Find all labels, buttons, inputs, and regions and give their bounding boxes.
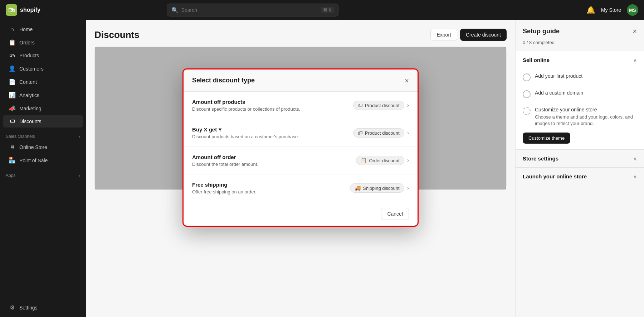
shopify-logo-text: shopify xyxy=(20,7,40,13)
shopify-logo: 🛍 shopify xyxy=(6,4,40,16)
sell-online-chevron-icon: ∧ xyxy=(633,57,637,63)
pos-icon: 🏪 xyxy=(9,157,16,164)
sidebar-item-products[interactable]: 🛍 Products xyxy=(3,49,83,62)
modal-footer: Cancel xyxy=(184,202,418,226)
chevron-right-icon-4: › xyxy=(407,185,409,191)
search-bar[interactable]: 🔍 ⌘ K xyxy=(167,4,338,16)
page-header: Discounts Export Create discount xyxy=(86,20,515,47)
orders-icon: 📋 xyxy=(9,39,16,46)
option-desc-free-shipping: Offer free shipping on an order. xyxy=(192,189,257,194)
sidebar-label-discounts: Discounts xyxy=(19,119,41,124)
settings-icon: ⚙ xyxy=(9,304,16,311)
store-name-label: My Store xyxy=(601,7,621,13)
apps-expand-icon[interactable]: › xyxy=(78,173,80,178)
sidebar-label-home: Home xyxy=(19,27,33,32)
option-title-amount-off-products: Amount off products xyxy=(192,99,300,105)
setup-guide-close-button[interactable]: × xyxy=(633,27,637,35)
apps-label: Apps xyxy=(6,173,15,178)
option-title-buy-x-get-y: Buy X get Y xyxy=(192,126,299,133)
sidebar-item-customers[interactable]: 👤 Customers xyxy=(3,62,83,75)
sidebar-item-orders[interactable]: 📋 Orders xyxy=(3,36,83,49)
sales-channels-label: Sales channels xyxy=(6,134,35,139)
badge-product-discount-2: 🏷 Product discount xyxy=(353,128,404,138)
modal-title: Select discount type xyxy=(192,77,255,84)
sidebar-item-analytics[interactable]: 📊 Analytics xyxy=(3,89,83,101)
setup-item-add-custom-domain[interactable]: Add a custom domain xyxy=(516,86,644,102)
sidebar-item-marketing[interactable]: 📣 Marketing xyxy=(3,102,83,115)
sidebar-label-settings: Settings xyxy=(19,305,38,311)
option-right-amount-off-products: 🏷 Product discount › xyxy=(353,101,409,110)
store-settings-chevron-icon: ∨ xyxy=(633,156,637,162)
header-actions: Export Create discount xyxy=(430,29,507,41)
option-amount-off-order[interactable]: Amount off order Discount the total orde… xyxy=(184,147,418,174)
sidebar-item-discounts[interactable]: 🏷 Discounts xyxy=(3,115,83,128)
option-title-amount-off-order: Amount off order xyxy=(192,154,258,160)
sidebar-label-products: Products xyxy=(19,53,39,58)
option-desc-buy-x-get-y: Discount products based on a customer's … xyxy=(192,134,299,139)
chevron-right-icon-3: › xyxy=(407,157,409,164)
setup-section-store-settings: Store settings ∨ xyxy=(516,149,644,167)
products-icon: 🛍 xyxy=(9,52,16,59)
option-info-buy-x-get-y: Buy X get Y Discount products based on a… xyxy=(192,126,299,139)
sidebar-item-home[interactable]: ⌂ Home xyxy=(3,23,83,35)
setup-item-customize-store[interactable]: Customize your online store Choose a the… xyxy=(516,102,644,131)
setup-item-label-add-custom-domain: Add a custom domain xyxy=(535,90,583,96)
customers-icon: 👤 xyxy=(9,65,16,72)
sell-online-label: Sell online xyxy=(523,57,550,63)
sidebar-item-content[interactable]: 📄 Content xyxy=(3,76,83,88)
setup-item-sub-customize-store: Choose a theme and add your logo, colors… xyxy=(535,114,637,127)
search-input[interactable] xyxy=(181,7,318,13)
badge-order-discount: 📋 Order discount xyxy=(356,156,404,165)
modal-overlay[interactable]: Select discount type × Amount off produc… xyxy=(95,47,506,189)
customize-theme-button[interactable]: Customize theme xyxy=(523,133,570,144)
store-avatar[interactable]: MS xyxy=(627,4,638,16)
sidebar-label-analytics: Analytics xyxy=(19,92,39,98)
chevron-right-icon-2: › xyxy=(407,130,409,136)
sales-channels-expand-icon[interactable]: › xyxy=(78,134,80,139)
sidebar-label-orders: Orders xyxy=(19,40,35,45)
option-desc-amount-off-products: Discount specific products or collection… xyxy=(192,106,300,112)
cancel-button[interactable]: Cancel xyxy=(381,208,409,220)
launch-label: Launch your online store xyxy=(523,173,587,179)
option-desc-amount-off-order: Discount the total order amount. xyxy=(192,162,258,167)
sidebar-label-customers: Customers xyxy=(19,66,44,72)
export-button[interactable]: Export xyxy=(430,29,457,41)
setup-section-sell-online-header[interactable]: Sell online ∧ xyxy=(516,51,644,69)
setup-section-launch-header[interactable]: Launch your online store ∨ xyxy=(516,168,644,185)
setup-guide-title: Setup guide xyxy=(523,28,560,35)
sidebar-bottom: ⚙ Settings xyxy=(0,298,86,314)
create-discount-button[interactable]: Create discount xyxy=(460,29,507,41)
setup-item-add-first-product[interactable]: Add your first product xyxy=(516,69,644,86)
sidebar-label-online-store: Online Store xyxy=(19,144,47,150)
content-area: Discounts Export Create discount Select … xyxy=(86,20,515,317)
option-amount-off-products[interactable]: Amount off products Discount specific pr… xyxy=(184,92,418,119)
sidebar-item-settings[interactable]: ⚙ Settings xyxy=(3,301,83,314)
search-shortcut: ⌘ K xyxy=(321,7,333,13)
setup-guide-header: Setup guide × xyxy=(516,20,644,40)
sidebar: ⌂ Home 📋 Orders 🛍 Products 👤 Customers 📄… xyxy=(0,20,86,317)
shopify-logo-icon: 🛍 xyxy=(6,4,17,16)
option-info-amount-off-order: Amount off order Discount the total orde… xyxy=(192,154,258,167)
order-icon: 📋 xyxy=(361,158,367,163)
modal-close-button[interactable]: × xyxy=(405,77,409,84)
discount-card: Select discount type × Amount off produc… xyxy=(94,47,507,190)
discounts-icon: 🏷 xyxy=(9,118,16,125)
online-store-icon: 🖥 xyxy=(9,144,16,150)
setup-section-store-settings-header[interactable]: Store settings ∨ xyxy=(516,150,644,167)
select-discount-modal: Select discount type × Amount off produc… xyxy=(182,68,419,227)
sidebar-item-online-store[interactable]: 🖥 Online Store xyxy=(3,141,83,153)
sidebar-item-point-of-sale[interactable]: 🏪 Point of Sale xyxy=(3,154,83,167)
setup-item-label-customize-store: Customize your online store xyxy=(535,107,637,112)
option-free-shipping[interactable]: Free shipping Offer free shipping on an … xyxy=(184,174,418,202)
top-navigation: 🛍 shopify 🔍 ⌘ K 🔔 My Store MS xyxy=(0,0,644,20)
launch-chevron-icon: ∨ xyxy=(633,174,637,179)
badge-label-2: Product discount xyxy=(365,130,400,136)
apps-section: Apps › xyxy=(0,167,86,180)
sidebar-label-content: Content xyxy=(19,79,37,85)
sidebar-label-marketing: Marketing xyxy=(19,106,41,111)
option-right-free-shipping: 🚚 Shipping discount › xyxy=(350,183,409,193)
option-buy-x-get-y[interactable]: Buy X get Y Discount products based on a… xyxy=(184,119,418,147)
analytics-icon: 📊 xyxy=(9,92,16,99)
notification-bell-icon[interactable]: 🔔 xyxy=(586,6,595,14)
badge-product-discount-1: 🏷 Product discount xyxy=(353,101,404,110)
